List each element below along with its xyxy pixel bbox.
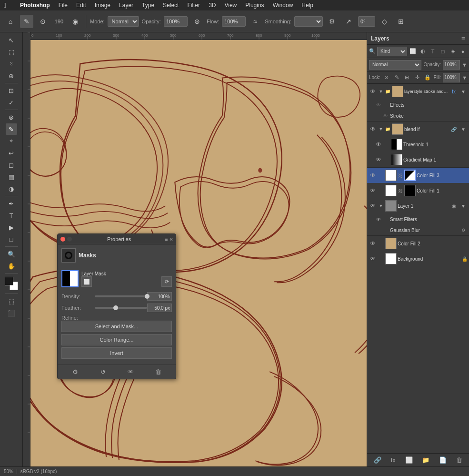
visibility-eye-gradientmap1[interactable]: 👁 (374, 155, 383, 164)
visibility-eye-blendif[interactable]: 👁 (368, 124, 378, 134)
menu-layer[interactable]: Layer (115, 1, 137, 10)
layer-row-background[interactable]: 👁 Background 🔒 (367, 251, 469, 266)
flow-mode-icon[interactable]: ≈ (249, 15, 262, 28)
properties-min-btn[interactable] (67, 237, 72, 242)
visibility-eye-background[interactable]: 👁 (368, 254, 378, 263)
visibility-eye-smartfilters[interactable]: 👁 (374, 214, 383, 224)
eraser-tool[interactable]: ◻ (6, 159, 17, 171)
filter-pixel-icon[interactable]: ⬜ (409, 47, 417, 56)
menu-window[interactable]: Window (269, 1, 297, 10)
stamp-tool[interactable]: ⌖ (6, 135, 17, 147)
layer-row-colorfill2[interactable]: 👁 Color Fill 2 (367, 236, 469, 251)
props-feather-thumb[interactable] (113, 305, 118, 310)
layer-row-smartfilters[interactable]: 👁 Smart Filters (367, 213, 469, 225)
layer-row-threshold1[interactable]: 👁 Threshold 1 (367, 137, 469, 152)
visibility-eye-threshold1[interactable]: 👁 (374, 140, 383, 149)
props-mask-icon[interactable] (61, 248, 76, 263)
eyedropper-tool[interactable]: ✓ (6, 97, 17, 108)
filter-kind-select[interactable]: Kind (377, 47, 407, 56)
props-reset-icon[interactable]: ↺ (98, 367, 108, 377)
props-invert-btn[interactable]: Invert (61, 347, 172, 359)
add-mask-btn[interactable]: ⬜ (405, 456, 413, 464)
quick-select-tool[interactable]: ⊕ (6, 70, 17, 81)
gradient-tool[interactable]: ▦ (6, 171, 17, 182)
home-icon[interactable]: ⌂ (4, 15, 17, 28)
foreground-color-swatch[interactable] (5, 277, 13, 285)
blend-mode-select[interactable]: Normal (369, 60, 421, 70)
smoothing-select[interactable] (294, 16, 323, 27)
layers-panel-menu-icon[interactable]: ≡ (461, 35, 465, 42)
layer-row-gradientmap1[interactable]: 👁 Gradient Map 1 (367, 152, 469, 167)
props-density-slider[interactable] (95, 295, 147, 297)
properties-close-btn[interactable] (60, 237, 65, 242)
flow-input[interactable] (222, 16, 246, 27)
rectangle-select-tool[interactable]: ⬚ (6, 46, 17, 58)
settings-gear-icon[interactable]: ⚙ (326, 15, 339, 28)
menu-photoshop[interactable]: Photoshop (16, 1, 54, 10)
menu-3d[interactable]: 3D (205, 1, 220, 10)
visibility-eye-layerstyle[interactable]: 👁 (368, 87, 378, 96)
expand-blendif[interactable]: ▼ (378, 126, 384, 132)
gb-settings-icon[interactable]: ⚙ (459, 225, 468, 235)
visibility-eye-colorfill3[interactable]: 👁 (368, 171, 378, 180)
link-layers-btn[interactable]: 🔗 (374, 456, 381, 464)
menu-help[interactable]: Help (298, 1, 317, 10)
layer-row-colorfill1[interactable]: 👁 ⛓ Color Fill 1 (367, 183, 469, 198)
text-tool[interactable]: T (6, 210, 17, 221)
screen-mode-toggle[interactable]: ⬛ (6, 307, 17, 319)
visibility-eye-effects[interactable]: 👁 (374, 100, 383, 110)
layer-row-effects[interactable]: 👁 Effects (367, 99, 469, 111)
spot-heal-tool[interactable]: ⊗ (6, 111, 17, 123)
layer-row-layer1[interactable]: 👁 ▼ Layer 1 ◉ ▼ (367, 198, 469, 213)
visibility-eye-stroke[interactable]: 👁 (380, 111, 390, 121)
lock-all-btn[interactable]: 🔒 (423, 73, 432, 82)
visibility-eye-colorfill2[interactable]: 👁 (368, 239, 378, 248)
brush-options-icon[interactable]: ⊙ (36, 15, 50, 28)
color-swatches[interactable] (5, 277, 18, 290)
props-density-value[interactable]: 100% (147, 292, 172, 301)
opacity-input[interactable] (443, 60, 460, 70)
link-icon-blendif[interactable]: 🔗 (449, 124, 459, 134)
angle-icon[interactable]: ↗ (342, 15, 355, 28)
brush-tool active[interactable]: ✎ (6, 123, 17, 135)
crop-tool[interactable]: ⊡ (6, 85, 17, 96)
quick-mask-toggle[interactable]: ⬚ (6, 295, 17, 307)
extra-icon[interactable]: ⊞ (394, 15, 408, 28)
layer-row-stroke[interactable]: 👁 Stroke (367, 111, 469, 121)
filter-type-icon[interactable]: T (429, 47, 437, 56)
menu-filter[interactable]: Filter (183, 1, 204, 10)
filter-shape-icon[interactable]: □ (439, 47, 447, 56)
expand-layerstyle[interactable]: ▼ (378, 88, 384, 95)
props-delete-icon[interactable]: 🗑 (153, 367, 163, 377)
menu-image[interactable]: Image (91, 1, 114, 10)
brush-hardness-icon[interactable]: ◉ (69, 15, 82, 28)
lock-artboard-btn[interactable]: ⊞ (403, 73, 411, 82)
expand-arrow-blendif[interactable]: ▼ (459, 124, 468, 134)
expand-arrow-layerstyle[interactable]: ▼ (459, 87, 468, 96)
dodge-tool[interactable]: ◑ (6, 183, 17, 194)
layer-row-colorfill3[interactable]: 👁 ⛓ Color Fill 3 (367, 168, 469, 183)
angle-input[interactable] (358, 16, 375, 27)
visibility-eye-colorfill1[interactable]: 👁 (368, 186, 378, 195)
pressure-icon[interactable]: ◇ (378, 15, 391, 28)
props-density-thumb[interactable] (145, 294, 150, 299)
props-visibility-icon[interactable]: 👁 (125, 367, 136, 377)
props-color-range-btn[interactable]: Color Range... (61, 334, 172, 345)
fill-input[interactable] (443, 73, 460, 82)
new-group-btn[interactable]: 📁 (422, 456, 429, 464)
expand-layer1[interactable]: ▼ (378, 203, 384, 209)
props-feather-value[interactable]: 50,0 px (147, 304, 172, 312)
fill-arrow[interactable]: ▼ (462, 75, 467, 81)
pen-tool[interactable]: ✒ (6, 198, 17, 209)
layer-row-gaussianblur[interactable]: Gaussian Blur ⚙ (367, 225, 469, 235)
expand-arrow-layer1[interactable]: ▼ (459, 201, 468, 211)
new-layer-btn[interactable]: 📄 (439, 456, 447, 464)
menu-file[interactable]: File (55, 1, 71, 10)
menu-edit[interactable]: Edit (72, 1, 90, 10)
history-brush-tool[interactable]: ↩ (6, 147, 17, 159)
props-feather-slider[interactable] (95, 307, 147, 309)
filter-adjust-icon[interactable]: ◐ (419, 47, 427, 56)
airbrush-icon[interactable]: ⊛ (190, 15, 204, 28)
fx-icon-layerstyle[interactable]: fx (449, 87, 459, 96)
menu-select[interactable]: Select (159, 1, 182, 10)
